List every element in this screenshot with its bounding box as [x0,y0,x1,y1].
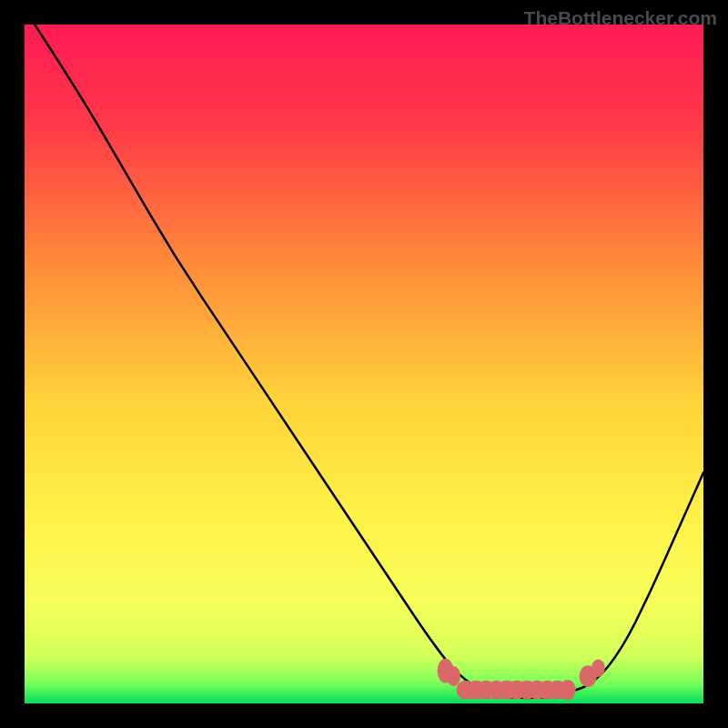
chart-plot-area [25,25,703,703]
chart-background-gradient [25,25,703,703]
watermark-text: TheBottlenecker.com [524,7,717,29]
